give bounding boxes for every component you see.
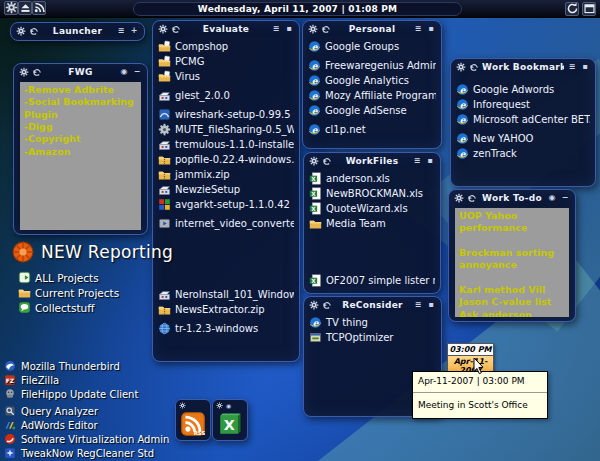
list-item[interactable]: Compshop — [158, 39, 294, 54]
list-item[interactable]: popfile-0.22.4-windows.zip — [158, 152, 294, 167]
window-button[interactable] — [582, 2, 596, 16]
circle-icon[interactable]: ◉ — [225, 402, 232, 409]
sticky-note[interactable]: UOP Yahoo performance Brockman sorting a… — [455, 208, 569, 317]
list-item[interactable]: MUTE_fileSharing-0.5_Window — [158, 122, 294, 137]
menu-icon[interactable]: ≡ — [413, 24, 423, 34]
list-item[interactable]: internet_video_converter_1.4 — [158, 216, 294, 231]
list-item[interactable]: avgarkt-setup-1.1.0.42 — [158, 197, 294, 212]
item-label: tremulous-1.1.0-installer — [175, 139, 294, 150]
undo-icon[interactable] — [322, 300, 332, 310]
installer-icon — [158, 183, 171, 196]
list-item[interactable]: XQuoteWizard.xls — [309, 201, 435, 216]
list-item[interactable]: ecl1p.net — [308, 122, 436, 137]
list-item[interactable]: eGoogle Analytics — [308, 73, 436, 88]
item-label: Inforequest — [473, 99, 530, 110]
list-item[interactable]: eMozy Affiliate Program — [308, 88, 436, 103]
list-item[interactable]: eGoogle AdSense — [308, 103, 436, 118]
min-icon[interactable]: ▪ — [425, 156, 435, 166]
gear-icon[interactable] — [179, 402, 186, 409]
undo-icon[interactable] — [469, 62, 479, 72]
circle-icon[interactable]: ◉ — [547, 193, 557, 203]
rss-small-button[interactable] — [32, 1, 46, 15]
list-item[interactable]: eGoogle Groups — [308, 39, 436, 54]
list-item[interactable]: FileHippo Update Client — [4, 387, 169, 401]
reporting-section: NEW Reporting ALL ProjectsCurrent Projec… — [12, 241, 173, 315]
list-item[interactable]: TweakNow RegCleaner Std — [4, 446, 169, 460]
dash-icon[interactable]: − — [560, 193, 570, 203]
gear-icon[interactable] — [456, 62, 466, 72]
undo-icon[interactable] — [322, 156, 332, 166]
top-bar: Wednesday, April 11, 2007 | 01:08 PM — [0, 0, 600, 18]
list-item[interactable]: eNew YAHOO — [456, 131, 590, 146]
list-item[interactable]: tr-1.2.3-windows — [158, 321, 294, 336]
list-item[interactable]: wireshark-setup-0.99.5 — [158, 107, 294, 122]
list-item[interactable]: jammix.zip — [158, 167, 294, 182]
gear-icon[interactable] — [309, 300, 319, 310]
list-item[interactable]: PCMG — [158, 54, 294, 69]
list-item[interactable]: NewsExtractor.zip — [158, 302, 294, 317]
undo-icon[interactable] — [467, 193, 477, 203]
list-item[interactable]: Current Projects — [18, 285, 173, 300]
list-item[interactable]: eTV thing — [309, 315, 436, 330]
list-item[interactable]: glest_2.0.0 — [158, 88, 294, 103]
list-item[interactable]: FZFileZilla — [4, 373, 169, 387]
reporting-items: ALL ProjectsCurrent ProjectsCollectstuff — [18, 270, 173, 315]
gear-icon[interactable] — [216, 402, 223, 409]
list-item[interactable]: AdWords Editor — [4, 418, 169, 432]
undo-icon[interactable] — [321, 24, 331, 34]
excel-tile[interactable]: ◉X — [212, 399, 248, 441]
gear-icon[interactable] — [309, 156, 319, 166]
eject-button[interactable] — [18, 1, 32, 15]
list-item[interactable]: Virus — [158, 69, 294, 84]
list-item[interactable]: TCPOptimizer — [309, 330, 436, 345]
list-item[interactable]: ezenTrack — [456, 146, 590, 161]
list-item[interactable]: tremulous-1.1.0-installer — [158, 137, 294, 152]
menu-icon[interactable]: ≡ — [413, 300, 423, 310]
list-item[interactable]: Query Analyzer — [4, 404, 169, 418]
svg-text:X: X — [311, 191, 316, 197]
min-icon[interactable]: ▪ — [284, 24, 294, 34]
gear-icon[interactable] — [19, 67, 29, 77]
sticky-note[interactable]: -Remove Adbrite -Social Bookmarking Plug… — [20, 82, 141, 230]
list-item[interactable]: eFreewaregenius Admin — [308, 58, 436, 73]
list-item[interactable]: ALL Projects — [18, 270, 173, 285]
gear-icon[interactable] — [16, 26, 26, 36]
circle-icon[interactable]: ◉ — [119, 67, 129, 77]
list-item[interactable]: NewzieSetup — [158, 182, 294, 197]
gear-icon[interactable] — [158, 24, 168, 34]
globe-icon — [158, 322, 171, 335]
list-item[interactable]: eGoogle Adwords — [456, 82, 590, 97]
excel3d-icon[interactable]: X — [218, 412, 242, 436]
menu-icon[interactable]: ≡ — [116, 26, 126, 36]
plus-icon[interactable]: + — [129, 26, 139, 36]
item-label: internet_video_converter_1.4 — [175, 218, 294, 229]
menu-icon[interactable]: ≡ — [271, 24, 281, 34]
refresh-button[interactable] — [565, 2, 579, 16]
dash-icon[interactable]: − — [132, 67, 142, 77]
menu-icon[interactable]: ≡ — [567, 62, 577, 72]
list-item[interactable]: eMicrosoft adCenter BETA — [456, 112, 590, 127]
undo-icon[interactable] — [171, 24, 181, 34]
list-item[interactable]: XOF2007 simple lister meng — [309, 273, 435, 288]
gear-icon[interactable] — [454, 193, 464, 203]
menu-icon[interactable]: ≡ — [412, 156, 422, 166]
list-item[interactable]: Media Team — [309, 216, 435, 231]
gear-icon[interactable] — [308, 24, 318, 34]
excel-icon: X — [309, 172, 322, 185]
gear-button[interactable] — [4, 1, 18, 15]
list-item[interactable]: XNewBROCKMAN.xls — [309, 186, 435, 201]
list-item[interactable]: NeroInstall_101_Windows — [158, 287, 294, 302]
list-item[interactable]: Xanderson.xls — [309, 171, 435, 186]
rss-big-icon[interactable]: RSS — [181, 412, 205, 436]
list-item[interactable]: Collectstuff — [18, 300, 173, 315]
undo-icon[interactable] — [29, 26, 39, 36]
list-item[interactable]: Mozilla Thunderbird — [4, 359, 169, 373]
min-icon[interactable]: ▪ — [580, 62, 590, 72]
rss-tile[interactable]: RSS — [175, 399, 211, 441]
undo-icon[interactable] — [32, 67, 42, 77]
list-item[interactable]: Software Virtualization Admin — [4, 432, 169, 446]
tcp-icon — [309, 331, 322, 344]
list-item[interactable]: eInforequest — [456, 97, 590, 112]
min-icon[interactable]: ▪ — [426, 300, 436, 310]
min-icon[interactable]: ▪ — [426, 24, 436, 34]
